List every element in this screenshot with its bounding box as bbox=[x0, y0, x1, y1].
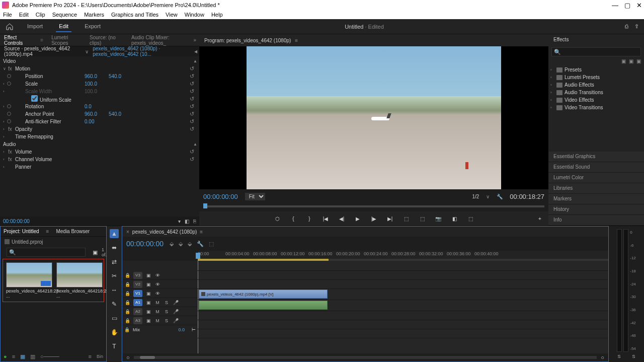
effects-audio-effects[interactable]: ›Audio Effects bbox=[550, 81, 642, 89]
filter-bin-icon[interactable]: ▣ bbox=[93, 249, 98, 256]
tab-info[interactable]: Info bbox=[548, 215, 644, 226]
prop-anti-flicker[interactable]: ›Anti-flicker Filter0.00↺ bbox=[0, 118, 199, 125]
solo-right[interactable]: S bbox=[632, 354, 635, 359]
workspace-edit[interactable]: Edit bbox=[56, 21, 71, 32]
mark-out-button[interactable]: } bbox=[306, 215, 313, 222]
audio-clip[interactable] bbox=[199, 301, 328, 310]
add-marker-icon[interactable]: ⬙ bbox=[188, 241, 192, 247]
settings-icon[interactable]: 🔧 bbox=[197, 241, 204, 247]
effects-video-effects[interactable]: ›Video Effects bbox=[550, 96, 642, 104]
step-back-button[interactable]: ◀| bbox=[338, 215, 345, 222]
effect-timecode[interactable]: 00:00:00:00 bbox=[3, 219, 30, 224]
track-a3-header[interactable]: 🔒A3▣MS🎤 bbox=[122, 316, 198, 325]
home-icon[interactable] bbox=[5, 23, 14, 31]
reset-icon[interactable]: ↺ bbox=[190, 65, 194, 72]
menu-help[interactable]: Help bbox=[211, 12, 223, 18]
effects-presets[interactable]: ›Presets bbox=[550, 66, 642, 74]
play-button[interactable]: ▶ bbox=[354, 215, 361, 222]
video-clip[interactable]: pexels_videos_4642 (1080p).mp4 [V] bbox=[199, 289, 328, 299]
menu-edit[interactable]: Edit bbox=[19, 12, 29, 18]
prop-rotation[interactable]: ›Rotation0.0↺ bbox=[0, 103, 199, 110]
panel-menu-icon[interactable]: ≡ bbox=[46, 229, 49, 234]
track-a1-header[interactable]: 🔒A1▣MS🎤 bbox=[122, 298, 198, 307]
minimize-button[interactable]: — bbox=[612, 2, 618, 9]
overflow-icon[interactable]: » bbox=[193, 37, 196, 43]
effects-lumetri-presets[interactable]: ›Lumetri Presets bbox=[550, 74, 642, 81]
zoom-out-handle[interactable]: ○ bbox=[126, 354, 130, 360]
linked-selection-icon[interactable]: ⬙ bbox=[179, 241, 183, 247]
program-timecode-left[interactable]: 00:00:00:00 bbox=[203, 193, 238, 200]
maximize-button[interactable]: ▢ bbox=[624, 2, 630, 9]
type-tool[interactable]: T bbox=[110, 342, 119, 351]
track-v3-header[interactable]: 🔒V3▣👁 bbox=[122, 271, 198, 280]
tab-markers[interactable]: Markers bbox=[548, 194, 644, 204]
tab-lumetri-color[interactable]: Lumetri Color bbox=[548, 173, 644, 183]
razor-tool[interactable]: ✂ bbox=[110, 271, 119, 280]
panel-menu-icon[interactable]: ≡ bbox=[295, 38, 298, 43]
add-marker-button[interactable]: ⬡ bbox=[274, 215, 281, 222]
sort-icon[interactable]: ≡ bbox=[89, 353, 92, 359]
effects-icon[interactable]: ◧ bbox=[185, 219, 189, 224]
play-icon[interactable]: ◀ bbox=[194, 49, 197, 54]
fx-opacity[interactable]: ›fxOpacity↺ bbox=[0, 125, 199, 133]
mark-in-button[interactable]: { bbox=[290, 215, 297, 222]
tab-source[interactable]: Source: (no clips) bbox=[90, 35, 123, 46]
menu-clip[interactable]: Clip bbox=[36, 12, 45, 18]
timeline-scrollbar[interactable] bbox=[134, 356, 597, 359]
fx-volume[interactable]: ›fxVolume↺ bbox=[0, 148, 199, 156]
timeline-timecode[interactable]: 00:00:00:00 bbox=[126, 240, 164, 248]
menu-view[interactable]: View bbox=[166, 12, 178, 18]
uniform-scale-checkbox[interactable]: Uniform Scale↺ bbox=[0, 95, 199, 103]
button-editor[interactable]: ⬚ bbox=[467, 215, 474, 222]
tab-libraries[interactable]: Libraries bbox=[548, 183, 644, 194]
close-button[interactable]: ✕ bbox=[636, 2, 642, 9]
effects-tab[interactable]: Effects bbox=[548, 34, 644, 46]
list-view-icon[interactable]: ≡ bbox=[12, 353, 15, 359]
sequence-tab[interactable]: pexels_videos_4642 (1080p) bbox=[132, 229, 197, 235]
clip-item[interactable]: pexels_videos_4642 ...18:27 bbox=[6, 262, 52, 299]
fx-panner[interactable]: ›Panner bbox=[0, 163, 199, 171]
pen-tool[interactable]: ✎ bbox=[110, 300, 119, 309]
go-to-in-button[interactable]: |◀ bbox=[322, 215, 329, 222]
resolution-select[interactable]: 1/2 bbox=[472, 194, 479, 199]
program-view[interactable] bbox=[199, 46, 548, 189]
zoom-slider[interactable]: ○──── bbox=[40, 353, 59, 359]
tab-effect-controls[interactable]: Effect Controls bbox=[4, 35, 32, 46]
effects-search-input[interactable] bbox=[561, 49, 638, 55]
fx-time-remap[interactable]: ›Time Remapping bbox=[0, 133, 199, 140]
menu-graphics[interactable]: Graphics and Titles bbox=[111, 12, 158, 18]
mix-row[interactable]: 🔒Mix0.0⊢ bbox=[122, 325, 198, 334]
tab-essential-graphics[interactable]: Essential Graphics bbox=[548, 152, 644, 162]
fx-accel-icon[interactable]: ▣ bbox=[629, 58, 633, 64]
tab-audio-mixer[interactable]: Audio Clip Mixer: pexels_videos_ bbox=[131, 35, 195, 46]
new-item-icon[interactable]: ⎘ bbox=[193, 219, 196, 224]
program-scrub[interactable] bbox=[199, 203, 548, 211]
track-v1-header[interactable]: 🔒V1▣👁 bbox=[122, 289, 198, 298]
workspace-export[interactable]: Export bbox=[82, 21, 104, 32]
ripple-edit-tool[interactable]: ⇄ bbox=[110, 257, 119, 266]
icon-view-icon[interactable]: ▦ bbox=[20, 353, 25, 360]
funnel-icon[interactable]: ▾ bbox=[178, 219, 181, 224]
track-v2-header[interactable]: 🔒V2▣👁 bbox=[122, 280, 198, 289]
caption-icon[interactable]: ⬚ bbox=[209, 241, 214, 247]
quick-export-icon[interactable]: ⎙ bbox=[625, 23, 628, 30]
tab-history[interactable]: History bbox=[548, 204, 644, 215]
fx-channel-volume[interactable]: ›fxChannel Volume↺ bbox=[0, 156, 199, 163]
tab-lumetri-scopes[interactable]: Lumetri Scopes bbox=[51, 35, 82, 46]
fx-vr-icon[interactable]: ▣ bbox=[636, 58, 641, 64]
hand-tool[interactable]: ✋ bbox=[110, 328, 119, 337]
solo-left[interactable]: S bbox=[617, 354, 620, 359]
clip-item[interactable]: pexels_videos_4642 ...18:27 bbox=[56, 262, 103, 299]
tab-essential-sound[interactable]: Essential Sound bbox=[548, 162, 644, 173]
fx-badge-icon[interactable]: ▣ bbox=[621, 58, 626, 64]
panel-menu-icon[interactable]: ≡ bbox=[200, 229, 203, 235]
freeform-view-icon[interactable]: ▥ bbox=[30, 353, 35, 360]
selection-tool[interactable]: ▲ bbox=[110, 229, 119, 238]
effects-search[interactable]: 🔍 bbox=[551, 47, 641, 56]
slip-tool[interactable]: ↔ bbox=[110, 285, 119, 295]
workspace-import[interactable]: Import bbox=[24, 21, 46, 32]
menu-sequence[interactable]: Sequence bbox=[52, 12, 77, 18]
track-a2-header[interactable]: 🔒A2▣MS🎤 bbox=[122, 307, 198, 316]
timeline-lanes[interactable]: pexels_videos_4642 (1080p).mp4 [V] bbox=[198, 261, 608, 353]
menu-window[interactable]: Window bbox=[185, 12, 204, 18]
